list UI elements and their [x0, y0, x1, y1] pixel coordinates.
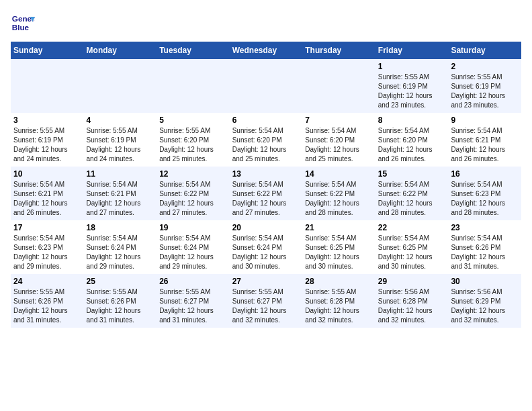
week-row-3: 10Sunrise: 5:54 AM Sunset: 6:21 PM Dayli… [11, 167, 521, 220]
day-info: Sunrise: 5:54 AM Sunset: 6:23 PM Dayligh… [13, 234, 81, 271]
day-info: Sunrise: 5:54 AM Sunset: 6:24 PM Dayligh… [87, 234, 154, 271]
day-cell [84, 59, 157, 113]
day-number: 3 [13, 116, 81, 125]
day-cell: 20Sunrise: 5:54 AM Sunset: 6:24 PM Dayli… [230, 220, 303, 274]
day-number: 11 [87, 169, 154, 179]
day-info: Sunrise: 5:55 AM Sunset: 6:26 PM Dayligh… [87, 287, 154, 325]
week-row-2: 3Sunrise: 5:55 AM Sunset: 6:19 PM Daylig… [11, 113, 521, 167]
day-info: Sunrise: 5:54 AM Sunset: 6:21 PM Dayligh… [451, 126, 519, 164]
day-info: Sunrise: 5:54 AM Sunset: 6:22 PM Dayligh… [232, 180, 300, 218]
day-cell: 8Sunrise: 5:54 AM Sunset: 6:20 PM Daylig… [375, 113, 449, 167]
day-info: Sunrise: 5:54 AM Sunset: 6:20 PM Dayligh… [378, 126, 446, 164]
day-cell: 25Sunrise: 5:55 AM Sunset: 6:26 PM Dayli… [84, 274, 157, 328]
day-number: 8 [378, 116, 446, 125]
day-cell: 12Sunrise: 5:54 AM Sunset: 6:22 PM Dayli… [157, 167, 230, 220]
day-info: Sunrise: 5:54 AM Sunset: 6:22 PM Dayligh… [378, 180, 446, 218]
day-number: 12 [159, 169, 227, 179]
day-info: Sunrise: 5:54 AM Sunset: 6:25 PM Dayligh… [305, 234, 373, 271]
day-number: 28 [305, 277, 373, 286]
week-row-1: 1Sunrise: 5:55 AM Sunset: 6:19 PM Daylig… [11, 59, 521, 113]
weekday-header-wednesday: Wednesday [230, 42, 303, 59]
logo: General Blue [11, 11, 38, 35]
day-number: 17 [13, 223, 81, 232]
day-number: 18 [87, 223, 154, 232]
day-cell: 4Sunrise: 5:55 AM Sunset: 6:19 PM Daylig… [84, 113, 157, 167]
week-row-5: 24Sunrise: 5:55 AM Sunset: 6:26 PM Dayli… [11, 274, 521, 328]
day-cell [11, 59, 84, 113]
day-number: 9 [451, 116, 519, 125]
day-number: 4 [87, 116, 154, 125]
day-number: 7 [305, 116, 373, 125]
day-info: Sunrise: 5:55 AM Sunset: 6:28 PM Dayligh… [305, 287, 373, 325]
day-info: Sunrise: 5:56 AM Sunset: 6:28 PM Dayligh… [378, 287, 446, 325]
day-info: Sunrise: 5:54 AM Sunset: 6:22 PM Dayligh… [305, 180, 373, 218]
day-number: 20 [232, 223, 300, 232]
day-cell: 18Sunrise: 5:54 AM Sunset: 6:24 PM Dayli… [84, 220, 157, 274]
calendar-header: SundayMondayTuesdayWednesdayThursdayFrid… [11, 42, 521, 59]
day-cell: 23Sunrise: 5:54 AM Sunset: 6:26 PM Dayli… [448, 220, 521, 274]
day-cell: 13Sunrise: 5:54 AM Sunset: 6:22 PM Dayli… [230, 167, 303, 220]
day-cell: 2Sunrise: 5:55 AM Sunset: 6:19 PM Daylig… [448, 59, 521, 113]
day-number: 2 [451, 62, 519, 71]
day-cell: 17Sunrise: 5:54 AM Sunset: 6:23 PM Dayli… [11, 220, 84, 274]
day-info: Sunrise: 5:55 AM Sunset: 6:27 PM Dayligh… [232, 287, 300, 325]
day-cell [302, 59, 375, 113]
day-number: 23 [451, 223, 519, 232]
day-cell: 21Sunrise: 5:54 AM Sunset: 6:25 PM Dayli… [302, 220, 375, 274]
day-cell: 1Sunrise: 5:55 AM Sunset: 6:19 PM Daylig… [375, 59, 449, 113]
day-info: Sunrise: 5:54 AM Sunset: 6:20 PM Dayligh… [232, 126, 300, 164]
day-info: Sunrise: 5:54 AM Sunset: 6:24 PM Dayligh… [232, 234, 300, 271]
day-number: 6 [232, 116, 300, 125]
day-number: 19 [159, 223, 227, 232]
weekday-header-friday: Friday [375, 42, 449, 59]
day-info: Sunrise: 5:55 AM Sunset: 6:19 PM Dayligh… [87, 126, 154, 164]
svg-text:Blue: Blue [12, 23, 30, 32]
day-cell: 29Sunrise: 5:56 AM Sunset: 6:28 PM Dayli… [375, 274, 449, 328]
day-cell: 30Sunrise: 5:56 AM Sunset: 6:29 PM Dayli… [448, 274, 521, 328]
day-info: Sunrise: 5:55 AM Sunset: 6:19 PM Dayligh… [451, 73, 519, 110]
day-cell [157, 59, 230, 113]
day-cell: 19Sunrise: 5:54 AM Sunset: 6:24 PM Dayli… [157, 220, 230, 274]
day-number: 25 [87, 277, 154, 286]
week-row-4: 17Sunrise: 5:54 AM Sunset: 6:23 PM Dayli… [11, 220, 521, 274]
day-info: Sunrise: 5:54 AM Sunset: 6:21 PM Dayligh… [13, 180, 81, 218]
day-cell: 10Sunrise: 5:54 AM Sunset: 6:21 PM Dayli… [11, 167, 84, 220]
day-cell: 7Sunrise: 5:54 AM Sunset: 6:20 PM Daylig… [302, 113, 375, 167]
day-cell: 3Sunrise: 5:55 AM Sunset: 6:19 PM Daylig… [11, 113, 84, 167]
day-cell: 14Sunrise: 5:54 AM Sunset: 6:22 PM Dayli… [302, 167, 375, 220]
day-cell: 9Sunrise: 5:54 AM Sunset: 6:21 PM Daylig… [448, 113, 521, 167]
day-cell: 24Sunrise: 5:55 AM Sunset: 6:26 PM Dayli… [11, 274, 84, 328]
calendar-table: SundayMondayTuesdayWednesdayThursdayFrid… [11, 42, 521, 328]
weekday-header-sunday: Sunday [11, 42, 84, 59]
day-cell: 26Sunrise: 5:55 AM Sunset: 6:27 PM Dayli… [157, 274, 230, 328]
day-info: Sunrise: 5:54 AM Sunset: 6:23 PM Dayligh… [451, 180, 519, 218]
day-info: Sunrise: 5:55 AM Sunset: 6:26 PM Dayligh… [13, 287, 81, 325]
day-info: Sunrise: 5:55 AM Sunset: 6:20 PM Dayligh… [159, 126, 227, 164]
day-number: 21 [305, 223, 373, 232]
day-cell: 6Sunrise: 5:54 AM Sunset: 6:20 PM Daylig… [230, 113, 303, 167]
day-number: 27 [232, 277, 300, 286]
day-number: 24 [13, 277, 81, 286]
page-header: General Blue [11, 11, 521, 35]
day-number: 1 [378, 62, 446, 71]
logo-icon: General Blue [11, 11, 35, 35]
day-number: 22 [378, 223, 446, 232]
day-cell [230, 59, 303, 113]
weekday-header-monday: Monday [84, 42, 157, 59]
day-cell: 22Sunrise: 5:54 AM Sunset: 6:25 PM Dayli… [375, 220, 449, 274]
day-number: 30 [451, 277, 519, 286]
weekday-row: SundayMondayTuesdayWednesdayThursdayFrid… [11, 42, 521, 59]
day-info: Sunrise: 5:54 AM Sunset: 6:26 PM Dayligh… [451, 234, 519, 271]
weekday-header-tuesday: Tuesday [157, 42, 230, 59]
day-number: 15 [378, 169, 446, 179]
day-cell: 5Sunrise: 5:55 AM Sunset: 6:20 PM Daylig… [157, 113, 230, 167]
weekday-header-thursday: Thursday [302, 42, 375, 59]
calendar-body: 1Sunrise: 5:55 AM Sunset: 6:19 PM Daylig… [11, 59, 521, 328]
day-number: 10 [13, 169, 81, 179]
day-number: 29 [378, 277, 446, 286]
weekday-header-saturday: Saturday [448, 42, 521, 59]
day-number: 13 [232, 169, 300, 179]
day-info: Sunrise: 5:55 AM Sunset: 6:19 PM Dayligh… [378, 73, 446, 110]
day-cell: 27Sunrise: 5:55 AM Sunset: 6:27 PM Dayli… [230, 274, 303, 328]
day-cell: 15Sunrise: 5:54 AM Sunset: 6:22 PM Dayli… [375, 167, 449, 220]
